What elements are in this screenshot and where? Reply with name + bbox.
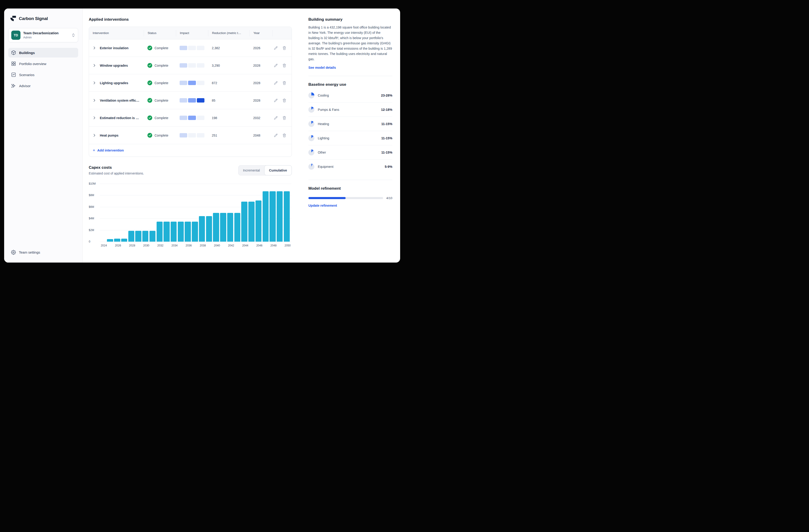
bar [284,191,290,242]
edit-icon[interactable] [274,116,278,120]
pie-chart-icon [308,135,314,141]
year-value: 2028 [253,64,260,67]
team-role: Admin [23,36,69,39]
intervention-name: Lighting upgrades [100,81,128,85]
status-cell: Complete [144,116,176,120]
chevron-right-icon[interactable] [93,64,96,67]
baseline-label: Lighting [318,136,329,140]
x-axis-tick: 2038 [200,244,206,247]
edit-icon[interactable] [274,81,278,85]
sidebar-item-scenarios[interactable]: Scenarios [8,70,78,80]
status-label: Complete [155,64,168,67]
impact-segment [188,116,196,120]
delete-icon[interactable] [282,81,287,85]
check-circle-icon [148,46,152,50]
x-axis-tick: 2024 [101,244,107,247]
y-axis-tick: 0 [89,240,98,243]
impact-cell [176,63,208,68]
bar [277,191,282,242]
chevron-right-icon[interactable] [93,134,96,137]
actions-cell [273,46,292,50]
baseline-range: 11-15% [381,136,392,140]
chevron-right-icon[interactable] [93,99,96,102]
x-axis-tick: 2028 [129,244,135,247]
team-meta: Team Decarbonization Admin [23,31,69,39]
toggle-option-incremental[interactable]: Incremental [239,166,264,175]
x-axis-tick: 2044 [242,244,248,247]
delete-icon[interactable] [282,116,287,120]
baseline-row: Cooling23-28% [308,88,392,103]
bar [192,222,198,242]
bar [121,239,127,242]
impact-segment [179,133,187,137]
add-intervention-button[interactable]: + Add intervention [93,148,124,152]
bar [163,222,170,242]
bar [150,231,155,242]
see-model-details-link[interactable]: See model details [308,66,336,69]
sidebar-item-buildings[interactable]: Buildings [8,48,78,57]
capex-titles: Capex costs Estimated cost of applied in… [89,165,144,175]
actions-cell [273,63,292,68]
intervention-cell: Window upgrades [89,64,144,67]
baseline-row: Other11-15% [308,145,392,159]
bar [114,239,120,242]
intervention-cell: Ventilation system effici… [89,99,144,102]
logo: Carbon Signal [8,15,78,22]
delete-icon[interactable] [282,63,287,68]
impact-segment [188,63,196,68]
table-row: Exterior insulationComplete2,3822026 [89,39,292,56]
sidebar-item-advisor[interactable]: Advisor [8,81,78,90]
chevron-right-icon[interactable] [93,116,96,120]
edit-icon[interactable] [274,133,278,137]
y-axis-tick: $4M [89,217,98,220]
team-switcher[interactable]: TD Team Decarbonization Admin [8,28,78,42]
intervention-cell: Heat pumps [89,134,144,137]
check-circle-icon [148,116,152,120]
capex-title: Capex costs [89,165,144,170]
edit-icon[interactable] [274,98,278,103]
progress-label: 4/10 [386,196,392,200]
edit-icon[interactable] [274,63,278,68]
impact-segment [197,98,204,103]
refinement-title: Model refinement [308,186,392,191]
edit-icon[interactable] [274,46,278,50]
sidebar-nav: BuildingsPortfolio overviewScenariosAdvi… [8,48,78,90]
bar [128,231,134,242]
update-refinement-link[interactable]: Update refinement [308,204,337,207]
team-settings-button[interactable]: Team settings [8,247,78,257]
x-axis-tick: 2034 [172,244,178,247]
gear-icon [11,250,16,255]
building-summary-text: Building 1 is a 432,198 square foot offi… [308,25,392,62]
sidebar-item-label: Portfolio overview [19,62,46,66]
intervention-cell: Lighting upgrades [89,81,144,85]
chevron-right-icon[interactable] [93,81,96,85]
interventions-title: Applied interventions [89,17,292,22]
sidebar-item-portfolio-overview[interactable]: Portfolio overview [8,59,78,69]
check-circle-icon [148,81,152,85]
table-row: Estimated reduction is 8…Complete1982032 [89,109,292,126]
year-value: 2028 [253,99,260,102]
impact-segment [188,81,196,85]
delete-icon[interactable] [282,133,287,137]
package-icon [11,50,16,55]
capex-view-toggle: IncrementalCumulative [238,165,292,175]
column-header [273,30,292,36]
table-footer: + Add intervention [89,144,292,157]
check-circle-icon [148,133,152,138]
delete-icon[interactable] [282,98,287,103]
baseline-label: Pumps & Fans [318,108,339,111]
capex-subtitle: Estimated cost of applied interventions. [89,172,144,175]
x-axis-tick: 2030 [143,244,150,247]
delete-icon[interactable] [282,46,287,50]
progress-track [308,197,383,199]
x-axis-tick: 2032 [157,244,163,247]
year-value: 2048 [253,134,260,137]
reduction-value: 198 [212,116,217,120]
main-content: Applied interventions InterventionStatus… [83,8,297,262]
sidebar-item-label: Buildings [19,51,35,55]
right-panel: Building summary Building 1 is a 432,198… [297,8,400,262]
capex-header: Capex costs Estimated cost of applied in… [89,165,292,175]
toggle-option-cumulative[interactable]: Cumulative [264,165,292,175]
chevron-right-icon[interactable] [93,46,96,50]
progress-fill [308,197,346,199]
